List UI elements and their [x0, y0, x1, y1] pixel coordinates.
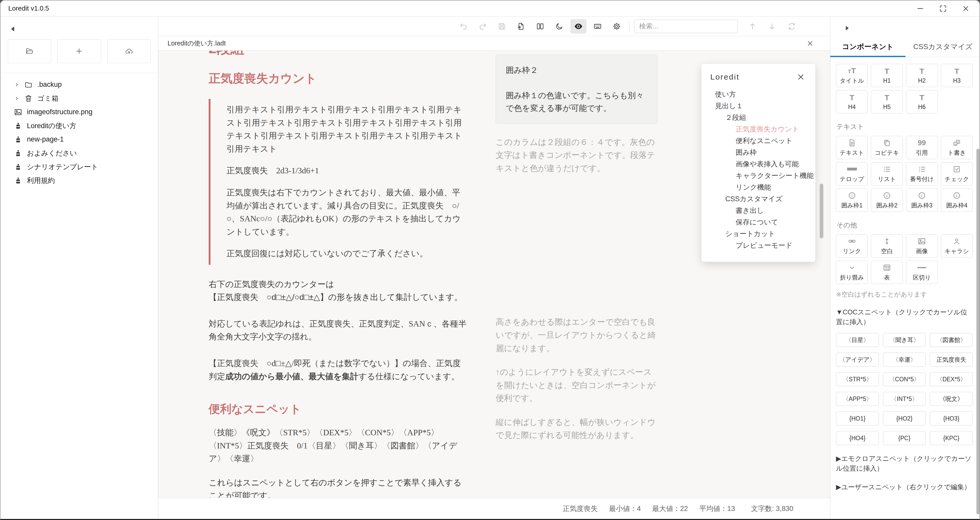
- toolbar-button[interactable]: [494, 19, 510, 33]
- gray-paragraph-height: 高さをあわせる際はエンターで空白でも良いですが、一旦レイアウトからつくると綺麗に…: [496, 315, 657, 355]
- snippet-button[interactable]: 〈STR*5〉: [836, 372, 879, 386]
- outline-item[interactable]: 正気度喪失カウント: [710, 124, 807, 135]
- component-button[interactable]: 囲み枠3: [906, 189, 938, 212]
- file-tree-item[interactable]: Loreditの使い方: [0, 119, 158, 133]
- outline-item[interactable]: 使い方: [710, 89, 807, 100]
- toolbar-button[interactable]: [609, 19, 625, 33]
- outline-item[interactable]: 保存について: [710, 216, 807, 228]
- component-button[interactable]: 囲み枠2: [871, 189, 903, 212]
- collapse-panel-button[interactable]: [844, 24, 853, 33]
- component-button[interactable]: 折り畳み: [836, 261, 868, 284]
- component-button[interactable]: 囲み枠4: [941, 189, 973, 212]
- component-button[interactable]: 区切り: [906, 261, 938, 284]
- document-scrollbar-thumb[interactable]: [820, 184, 823, 238]
- component-button[interactable]: TTタイトル: [836, 64, 868, 87]
- chevron-right-icon[interactable]: [14, 82, 20, 88]
- toolbar-button[interactable]: [590, 19, 606, 33]
- file-tree-item[interactable]: .backup: [0, 78, 158, 92]
- snippet-button[interactable]: 〈アイデア〉: [836, 353, 879, 366]
- window-control-button[interactable]: [960, 3, 972, 14]
- snippet-button[interactable]: 〈聞き耳〉: [883, 333, 926, 347]
- snippet-button[interactable]: 〈目星〉: [836, 333, 879, 347]
- component-button[interactable]: テロップ: [836, 162, 868, 185]
- search-input[interactable]: [634, 20, 738, 33]
- snippet-button[interactable]: 《呪文》: [930, 392, 973, 406]
- snippet-button[interactable]: {HO1}: [836, 412, 879, 425]
- snippet-button[interactable]: {HO3}: [930, 412, 973, 425]
- snippet-button[interactable]: 〈INT*5〉: [883, 392, 926, 406]
- component-button[interactable]: キャラシ: [941, 234, 973, 258]
- component-button[interactable]: 99引用: [906, 136, 938, 159]
- snippet-button[interactable]: {HO4}: [836, 431, 879, 445]
- component-button[interactable]: チェック: [941, 162, 973, 185]
- component-button[interactable]: リスト: [871, 162, 903, 185]
- coc-snippet-header[interactable]: ▼COCスニペット（クリックでカーソル位置に挿入）: [836, 308, 973, 327]
- document-tab[interactable]: Loreditの使い方.ladt: [167, 39, 226, 48]
- snippet-button[interactable]: 〈DEX*5〉: [930, 372, 973, 386]
- snippet-button[interactable]: {KPC}: [930, 431, 973, 445]
- component-button[interactable]: リンク: [836, 234, 868, 258]
- file-tree-item[interactable]: シナリオテンプレート: [0, 160, 158, 174]
- component-button[interactable]: TH1: [871, 64, 903, 87]
- outline-item[interactable]: キャラクターシート機能: [710, 170, 807, 182]
- outline-item[interactable]: リンク機能: [710, 182, 807, 193]
- collapse-sidebar-button[interactable]: [9, 24, 19, 33]
- find-button[interactable]: [784, 19, 800, 33]
- outline-item[interactable]: ２段組: [710, 112, 807, 124]
- tab-close-button[interactable]: [806, 38, 816, 49]
- toolbar-button[interactable]: [456, 19, 472, 33]
- component-button[interactable]: 表: [871, 261, 903, 284]
- component-button[interactable]: TH5: [871, 90, 903, 113]
- toolbar-button[interactable]: [570, 19, 587, 33]
- sidebar-toolbar-button[interactable]: [57, 39, 101, 63]
- component-button[interactable]: 囲み枠1: [836, 189, 868, 212]
- toolbar-button[interactable]: [532, 19, 548, 33]
- tab-components[interactable]: コンポーネント: [830, 38, 905, 57]
- user-snippet-header[interactable]: ▶ユーザースニペット（右クリックで編集）: [836, 482, 973, 492]
- snippet-button[interactable]: 〈図書館〉: [930, 333, 973, 347]
- find-button[interactable]: [764, 19, 780, 33]
- outline-item[interactable]: 見出し１: [710, 100, 807, 112]
- outline-item[interactable]: プレビューモード: [710, 240, 807, 251]
- tab-css-customize[interactable]: CSSカスタマイズ: [905, 38, 980, 57]
- snippet-button[interactable]: 〈CON*5〉: [883, 372, 926, 386]
- component-button[interactable]: 123番号付け: [906, 162, 938, 185]
- sidebar-toolbar-button[interactable]: [8, 39, 51, 63]
- toolbar-button[interactable]: [513, 19, 529, 33]
- sidebar-toolbar-button[interactable]: [107, 39, 151, 63]
- outline-item[interactable]: 便利なスニペット: [710, 135, 807, 147]
- component-button[interactable]: TH4: [836, 90, 868, 113]
- chevron-right-icon[interactable]: [14, 95, 20, 101]
- find-button[interactable]: [745, 19, 760, 33]
- snippet-button[interactable]: {HO2}: [883, 412, 926, 425]
- file-tree-item[interactable]: ゴミ箱: [0, 92, 158, 105]
- file-tree-item[interactable]: imageofstructure.png: [0, 105, 158, 119]
- outline-item[interactable]: 囲み枠: [710, 147, 807, 159]
- snippet-button[interactable]: 〈幸運〉: [883, 353, 926, 366]
- outline-item[interactable]: 書き出し: [710, 205, 807, 216]
- component-button[interactable]: TH6: [906, 90, 938, 113]
- component-button[interactable]: TH2: [906, 64, 938, 87]
- emoklore-snippet-header[interactable]: ▶エモクロアスニペット（クリックでカーソル位置に挿入）: [836, 454, 973, 473]
- outline-item[interactable]: 画像や表挿入も可能: [710, 159, 807, 170]
- outline-close-button[interactable]: [797, 72, 807, 82]
- file-tree-item[interactable]: new-page-1: [0, 133, 158, 146]
- outline-item[interactable]: CSSカスタマイズ: [710, 193, 807, 205]
- component-button[interactable]: コピテキ: [871, 136, 903, 159]
- snippet-button[interactable]: 〈APP*5〉: [836, 392, 879, 406]
- file-tree-item[interactable]: およみください: [0, 146, 158, 160]
- component-button[interactable]: TH3: [941, 64, 973, 87]
- component-button[interactable]: 画像: [906, 234, 938, 258]
- toolbar-button[interactable]: [551, 19, 567, 33]
- file-tree-item[interactable]: 利用規約: [0, 174, 158, 187]
- component-button[interactable]: 空白: [871, 234, 903, 258]
- component-button[interactable]: ト書き: [941, 136, 973, 159]
- outline-item[interactable]: ショートカット: [710, 228, 807, 240]
- toolbar-button[interactable]: [475, 19, 491, 33]
- window-control-button[interactable]: [914, 3, 926, 14]
- window-control-button[interactable]: [937, 3, 949, 14]
- snippet-button[interactable]: {PC}: [883, 431, 926, 445]
- component-button[interactable]: テキスト: [836, 136, 868, 159]
- panel-scrollbar-thumb[interactable]: [976, 149, 980, 514]
- snippet-button[interactable]: 正気度喪失: [930, 353, 973, 366]
